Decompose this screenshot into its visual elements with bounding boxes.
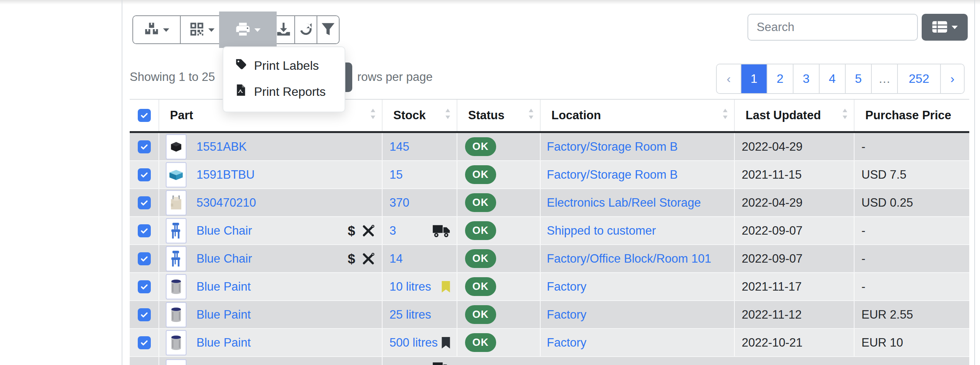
page-next-button[interactable]: ›: [940, 64, 964, 93]
sort-icon[interactable]: [841, 108, 848, 123]
row-checkbox[interactable]: [138, 252, 151, 265]
row-select-cell: [130, 301, 158, 328]
part-link[interactable]: Blue Paint: [196, 280, 251, 294]
part-thumbnail[interactable]: [166, 246, 186, 271]
part-thumbnail[interactable]: [166, 359, 186, 365]
file-pdf-icon: [235, 84, 247, 99]
page-button-3[interactable]: 3: [793, 64, 819, 93]
part-thumbnail[interactable]: [166, 302, 186, 327]
location-link[interactable]: Factory: [547, 280, 586, 294]
location-link[interactable]: Factory/Office Block/Room 101: [547, 252, 711, 266]
truck-icon: [432, 361, 450, 365]
caret-down-icon: [254, 28, 261, 35]
status-cell: OK: [457, 301, 540, 328]
columns-toggle-button[interactable]: [922, 14, 968, 41]
part-link[interactable]: Blue Chair: [196, 224, 252, 238]
location-link[interactable]: Factory/Storage Room B: [547, 140, 678, 154]
barcode-actions-button[interactable]: [180, 16, 223, 43]
location-link[interactable]: Electronics Lab/Reel Storage: [547, 196, 701, 210]
print-actions-button[interactable]: [223, 16, 272, 43]
location-link[interactable]: Factory/Storage Room B: [547, 168, 678, 182]
page-button-252[interactable]: 252: [897, 64, 940, 93]
stock-link[interactable]: 15: [389, 168, 403, 182]
status-badge: OK: [465, 221, 496, 240]
row-select-cell: [130, 273, 158, 300]
stock-cell: 10 litres: [382, 273, 457, 300]
purchase-price-cell: EUR 10: [854, 329, 969, 356]
row-checkbox[interactable]: [138, 196, 151, 209]
column-header-stock[interactable]: Stock: [382, 100, 457, 131]
stock-link[interactable]: 145: [389, 140, 409, 154]
part-link[interactable]: 1591BTBU: [196, 168, 255, 182]
page-button-…[interactable]: …: [871, 64, 897, 93]
part-link[interactable]: Blue Chair: [196, 252, 252, 266]
stock-link[interactable]: 25 litres: [389, 308, 431, 322]
menu-item-print-labels[interactable]: Print Labels: [223, 53, 345, 79]
sort-icon[interactable]: [370, 108, 376, 123]
column-header-location[interactable]: Location: [540, 100, 734, 131]
location-link[interactable]: Factory: [547, 308, 586, 322]
stock-link[interactable]: 14: [389, 252, 403, 266]
part-link[interactable]: Blue Paint: [196, 336, 251, 350]
row-checkbox[interactable]: [138, 336, 151, 349]
row-select-cell: [130, 133, 158, 160]
row-checkbox[interactable]: [138, 224, 151, 237]
printer-icon: [235, 21, 251, 38]
search-input[interactable]: [747, 14, 918, 41]
stock-link[interactable]: 10 litres: [389, 280, 431, 294]
stock-cell: 370: [382, 189, 457, 216]
stock-link[interactable]: 500 litres: [389, 336, 438, 350]
purchase-price-cell: USD 0.25: [854, 189, 969, 216]
select-all-checkbox[interactable]: [138, 109, 151, 122]
purchase-price-cell: -: [854, 273, 969, 300]
column-header-label: Part: [170, 109, 193, 122]
page-button-2[interactable]: 2: [767, 64, 793, 93]
menu-item-print-reports[interactable]: Print Reports: [223, 79, 345, 105]
part-thumbnail[interactable]: [166, 330, 186, 355]
row-checkbox[interactable]: [138, 308, 151, 321]
purchase-price-value: EUR 10: [861, 336, 903, 350]
location-link[interactable]: Shipped to customer: [547, 224, 656, 238]
part-link[interactable]: 530470210: [196, 196, 256, 210]
page-button-1[interactable]: 1: [741, 64, 767, 93]
column-header-status[interactable]: Status: [457, 100, 540, 131]
filter-icon: [320, 21, 336, 38]
part-thumbnail[interactable]: [166, 162, 186, 187]
row-checkbox[interactable]: [138, 280, 151, 293]
refresh-button[interactable]: [294, 16, 317, 43]
part-thumbnail[interactable]: [166, 134, 186, 159]
row-checkbox[interactable]: [138, 168, 151, 181]
purchase-price-value: -: [861, 252, 865, 266]
part-link[interactable]: Blue Paint: [196, 308, 251, 322]
row-checkbox[interactable]: [138, 140, 151, 153]
caret-down-icon: [208, 28, 214, 35]
part-link[interactable]: 1551ABK: [196, 140, 247, 154]
part-thumbnail[interactable]: [166, 218, 186, 243]
location-link[interactable]: Factory: [547, 336, 586, 350]
sort-icon[interactable]: [722, 108, 729, 123]
sort-icon[interactable]: [528, 108, 535, 123]
part-thumbnail[interactable]: [166, 274, 186, 299]
purchase-price-cell: -: [854, 133, 969, 160]
part-thumbnail[interactable]: [166, 190, 186, 215]
filter-button[interactable]: [317, 16, 339, 43]
page-button-5[interactable]: 5: [845, 64, 871, 93]
status-cell: OK: [457, 189, 540, 216]
rows-per-page-label: rows per page: [357, 70, 432, 84]
page-button-4[interactable]: 4: [819, 64, 845, 93]
sort-icon[interactable]: [444, 108, 451, 123]
stock-options-button[interactable]: [133, 16, 180, 43]
location-cell: Shipped to customer: [540, 217, 734, 244]
location-cell: Factory: [540, 329, 734, 356]
stock-table-page: Showing 1 to 25 rows per page ‹12345…252…: [0, 0, 980, 365]
column-header-updated[interactable]: Last Updated: [734, 100, 854, 131]
last-updated-cell: 2022-10-21: [734, 329, 854, 356]
status-badge: OK: [465, 249, 496, 268]
stock-link[interactable]: 3: [389, 224, 396, 238]
row-select-cell: [130, 189, 158, 216]
page-prev-button[interactable]: ‹: [717, 64, 741, 93]
table-row: Blue Paint25 litresOKFactory2022-11-12EU…: [130, 301, 969, 329]
bookmark-dark-icon: [441, 337, 450, 349]
last-updated-cell: 2022-11-12: [734, 301, 854, 328]
stock-link[interactable]: 370: [389, 196, 409, 210]
